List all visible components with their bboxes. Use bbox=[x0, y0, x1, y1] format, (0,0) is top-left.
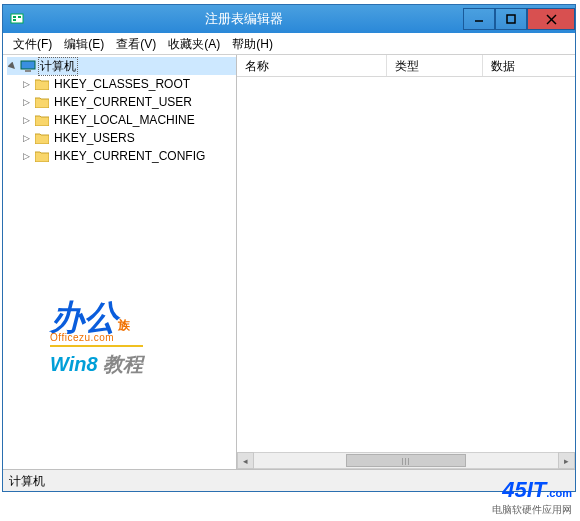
svg-rect-3 bbox=[18, 16, 21, 18]
svg-rect-1 bbox=[13, 16, 16, 18]
folder-icon bbox=[34, 149, 50, 163]
tree-item-hkcu[interactable]: ▷ HKEY_CURRENT_USER bbox=[7, 93, 236, 111]
tree-label: HKEY_CLASSES_ROOT bbox=[52, 77, 192, 91]
list-body[interactable]: ◂ ||| ▸ bbox=[237, 77, 575, 469]
svg-rect-9 bbox=[25, 70, 31, 72]
expand-icon[interactable]: ▷ bbox=[21, 115, 32, 126]
scroll-track[interactable]: ||| bbox=[254, 452, 558, 469]
menu-favorites[interactable]: 收藏夹(A) bbox=[162, 34, 226, 54]
svg-rect-5 bbox=[507, 15, 515, 23]
folder-icon bbox=[34, 95, 50, 109]
status-path: 计算机 bbox=[9, 474, 45, 488]
column-data[interactable]: 数据 bbox=[483, 55, 575, 76]
menu-edit[interactable]: 编辑(E) bbox=[58, 34, 110, 54]
scroll-left-icon[interactable]: ◂ bbox=[237, 452, 254, 469]
expand-icon[interactable]: ▷ bbox=[21, 133, 32, 144]
folder-icon bbox=[34, 113, 50, 127]
tree-item-hku[interactable]: ▷ HKEY_USERS bbox=[7, 129, 236, 147]
titlebar[interactable]: 注册表编辑器 bbox=[3, 5, 575, 33]
collapse-icon[interactable] bbox=[7, 61, 18, 72]
tree-item-hkcc[interactable]: ▷ HKEY_CURRENT_CONFIG bbox=[7, 147, 236, 165]
tree-pane[interactable]: 计算机 ▷ HKEY_CLASSES_ROOT ▷ HKEY_CURRENT_U… bbox=[3, 55, 237, 469]
svg-rect-0 bbox=[11, 14, 23, 23]
list-pane: 名称 类型 数据 ◂ ||| ▸ bbox=[237, 55, 575, 469]
svg-rect-2 bbox=[13, 19, 16, 21]
window-title: 注册表编辑器 bbox=[25, 10, 463, 28]
tree-root-computer[interactable]: 计算机 bbox=[7, 57, 236, 75]
scroll-right-icon[interactable]: ▸ bbox=[558, 452, 575, 469]
column-name[interactable]: 名称 bbox=[237, 55, 387, 76]
expand-icon[interactable]: ▷ bbox=[21, 151, 32, 162]
tree-label: HKEY_USERS bbox=[52, 131, 137, 145]
svg-rect-8 bbox=[21, 61, 35, 69]
maximize-button[interactable] bbox=[495, 8, 527, 30]
minimize-button[interactable] bbox=[463, 8, 495, 30]
menu-help[interactable]: 帮助(H) bbox=[226, 34, 279, 54]
scroll-thumb[interactable]: ||| bbox=[346, 454, 466, 467]
horizontal-scrollbar[interactable]: ◂ ||| ▸ bbox=[237, 452, 575, 469]
tree-label: 计算机 bbox=[38, 57, 78, 76]
computer-icon bbox=[20, 59, 36, 73]
menu-view[interactable]: 查看(V) bbox=[110, 34, 162, 54]
tree-item-hkcr[interactable]: ▷ HKEY_CLASSES_ROOT bbox=[7, 75, 236, 93]
menu-file[interactable]: 文件(F) bbox=[7, 34, 58, 54]
app-icon bbox=[9, 11, 25, 27]
close-button[interactable] bbox=[527, 8, 575, 30]
folder-icon bbox=[34, 131, 50, 145]
tree-item-hklm[interactable]: ▷ HKEY_LOCAL_MACHINE bbox=[7, 111, 236, 129]
tree-label: HKEY_CURRENT_CONFIG bbox=[52, 149, 207, 163]
list-header: 名称 类型 数据 bbox=[237, 55, 575, 77]
expand-icon[interactable]: ▷ bbox=[21, 79, 32, 90]
folder-icon bbox=[34, 77, 50, 91]
statusbar: 计算机 bbox=[3, 469, 575, 491]
menubar: 文件(F) 编辑(E) 查看(V) 收藏夹(A) 帮助(H) bbox=[3, 33, 575, 55]
tree-label: HKEY_CURRENT_USER bbox=[52, 95, 194, 109]
column-type[interactable]: 类型 bbox=[387, 55, 483, 76]
registry-editor-window: 注册表编辑器 文件(F) 编辑(E) 查看(V) 收藏夹(A) 帮助(H) bbox=[2, 4, 576, 492]
tree-label: HKEY_LOCAL_MACHINE bbox=[52, 113, 197, 127]
client-area: 计算机 ▷ HKEY_CLASSES_ROOT ▷ HKEY_CURRENT_U… bbox=[3, 55, 575, 469]
expand-icon[interactable]: ▷ bbox=[21, 97, 32, 108]
